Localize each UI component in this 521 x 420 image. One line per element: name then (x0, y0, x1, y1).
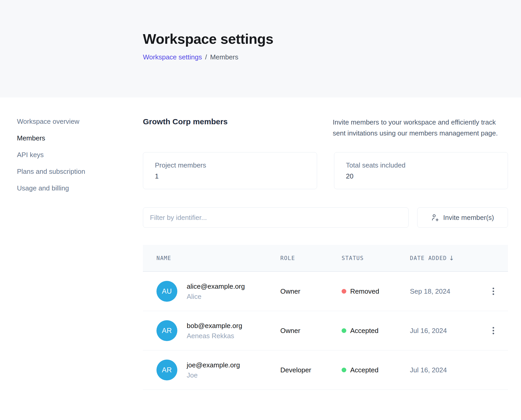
stat-value: 20 (346, 172, 496, 180)
member-email: joe@example.org (187, 361, 240, 369)
filter-input[interactable] (143, 207, 409, 228)
filter-row: Invite member(s) (143, 207, 508, 228)
breadcrumb-link-workspace-settings[interactable]: Workspace settings (143, 53, 202, 61)
row-menu-button[interactable] (490, 286, 496, 297)
status-dot-icon (342, 328, 346, 333)
member-date-added: Sep 18, 2024 (410, 287, 486, 295)
content-area: Workspace overviewMembersAPI keysPlans a… (0, 97, 521, 390)
user-plus-icon (431, 214, 439, 221)
column-header-date-added[interactable]: DATE ADDED ↓ (410, 255, 486, 262)
member-name-cell: AR joe@example.org Joe (156, 360, 280, 380)
section-title: Growth Corp members (143, 117, 228, 126)
member-status: Removed (342, 287, 410, 295)
status-dot-icon (342, 368, 346, 372)
sort-descending-icon: ↓ (449, 255, 455, 262)
table-row: AR joe@example.org Joe Developer Accepte… (143, 350, 508, 390)
avatar: AR (156, 320, 177, 341)
sidebar-item-usage-and-billing[interactable]: Usage and billing (17, 184, 143, 192)
member-display-name: Alice (187, 292, 245, 301)
stat-value: 1 (155, 172, 305, 180)
section-intro: Growth Corp members Invite members to yo… (143, 117, 508, 139)
invite-members-label: Invite member(s) (443, 214, 494, 222)
breadcrumb: Workspace settings / Members (143, 53, 521, 61)
stat-label: Total seats included (346, 161, 496, 169)
member-role: Owner (280, 287, 342, 295)
member-name-cell: AU alice@example.org Alice (156, 281, 280, 302)
breadcrumb-current: Members (210, 53, 238, 61)
avatar: AU (156, 281, 177, 302)
stats-row: Project members 1 Total seats included 2… (143, 152, 508, 189)
sidebar-item-plans-and-subscription[interactable]: Plans and subscription (17, 167, 143, 176)
column-header-status: STATUS (342, 255, 410, 261)
sidebar-item-workspace-overview[interactable]: Workspace overview (17, 117, 143, 126)
page-header: Workspace settings Workspace settings / … (0, 0, 521, 97)
members-main: Growth Corp members Invite members to yo… (143, 97, 508, 390)
table-header: NAME ROLE STATUS DATE ADDED ↓ (143, 245, 508, 272)
column-header-name: NAME (156, 255, 280, 261)
workspace-settings-page: Workspace settings Workspace settings / … (0, 0, 521, 420)
avatar: AR (156, 360, 177, 380)
member-display-name: Joe (187, 371, 240, 380)
stat-card: Project members 1 (143, 152, 317, 189)
member-display-name: Aeneas Rekkas (187, 331, 242, 340)
status-dot-icon (342, 289, 346, 294)
member-date-added: Jul 16, 2024 (410, 366, 486, 374)
settings-sidebar: Workspace overviewMembersAPI keysPlans a… (0, 97, 143, 201)
member-role: Developer (280, 366, 342, 374)
table-row: AU alice@example.org Alice Owner Removed… (143, 272, 508, 311)
page-title: Workspace settings (143, 31, 521, 47)
table-row: AR bob@example.org Aeneas Rekkas Owner A… (143, 311, 508, 350)
row-menu-button[interactable] (490, 325, 496, 336)
member-status: Accepted (342, 366, 410, 374)
column-header-role: ROLE (280, 255, 342, 261)
member-name-cell: AR bob@example.org Aeneas Rekkas (156, 320, 280, 341)
breadcrumb-separator: / (205, 53, 207, 61)
table-body: AU alice@example.org Alice Owner Removed… (143, 272, 508, 390)
sidebar-item-api-keys[interactable]: API keys (17, 151, 143, 159)
stat-card: Total seats included 20 (334, 152, 508, 189)
member-role: Owner (280, 327, 342, 335)
member-status: Accepted (342, 327, 410, 335)
members-table: NAME ROLE STATUS DATE ADDED ↓ AU alice@e… (143, 245, 508, 390)
member-email: alice@example.org (187, 282, 245, 291)
member-email: bob@example.org (187, 321, 242, 330)
invite-members-button[interactable]: Invite member(s) (417, 207, 508, 228)
stat-label: Project members (155, 161, 305, 169)
section-description: Invite members to your workspace and eff… (333, 117, 508, 139)
member-date-added: Jul 16, 2024 (410, 327, 486, 335)
sidebar-item-members[interactable]: Members (17, 134, 143, 142)
